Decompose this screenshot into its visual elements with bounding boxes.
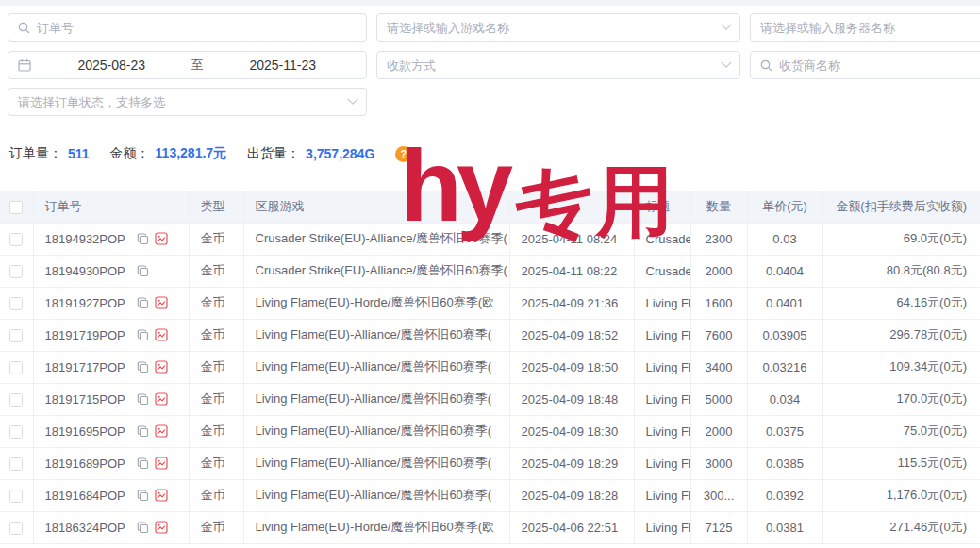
time-cell: 2025-04-09 18:50 bbox=[509, 351, 634, 383]
order-no: 18191695POP bbox=[45, 424, 125, 439]
date-end[interactable]: 2025-11-23 bbox=[209, 58, 357, 73]
time-cell: 2025-04-09 18:28 bbox=[509, 479, 634, 511]
image-icon[interactable] bbox=[155, 232, 168, 245]
copy-icon[interactable] bbox=[137, 297, 149, 309]
server-input[interactable] bbox=[760, 21, 980, 35]
unit-price-cell: 0.0392 bbox=[747, 479, 822, 511]
time-cell: 2025-04-11 08:24 bbox=[509, 223, 634, 255]
row-checkbox-cell bbox=[0, 511, 33, 543]
status-multiselect[interactable] bbox=[8, 88, 367, 116]
copy-icon[interactable] bbox=[137, 329, 149, 341]
copy-icon[interactable] bbox=[137, 361, 149, 374]
amount-cell: 1,176.0元(0元) bbox=[822, 479, 980, 511]
row-checkbox[interactable] bbox=[9, 329, 23, 342]
unit-price-cell: 0.0385 bbox=[747, 447, 822, 479]
copy-icon[interactable] bbox=[137, 457, 149, 470]
order-no: 18191689POP bbox=[45, 457, 125, 471]
column-header bbox=[509, 191, 634, 223]
amount-cell: 109.34元(0元) bbox=[822, 351, 980, 383]
column-header: 订单号 bbox=[33, 191, 189, 223]
table-row: 18186324POP 金币 Living Flame(EU)-Horde/魔兽… bbox=[0, 511, 980, 543]
image-icon[interactable] bbox=[155, 457, 168, 470]
order-no-input[interactable] bbox=[37, 21, 357, 35]
image-icon[interactable] bbox=[155, 360, 168, 374]
order-no-cell: 18191719POP bbox=[33, 319, 189, 351]
quantity-cell: 2000 bbox=[690, 415, 747, 447]
row-checkbox[interactable] bbox=[9, 490, 23, 503]
image-icon[interactable] bbox=[155, 424, 168, 438]
merchant-field[interactable] bbox=[750, 51, 980, 79]
amount-label: 金额： bbox=[110, 145, 150, 162]
copy-icon[interactable] bbox=[137, 522, 149, 534]
image-icon[interactable] bbox=[155, 489, 168, 502]
order-count-value: 511 bbox=[68, 146, 90, 161]
merchant-input[interactable] bbox=[779, 58, 980, 73]
shipment-label: 出货量： bbox=[247, 145, 300, 162]
amount-cell: 296.78元(0元) bbox=[822, 319, 980, 351]
order-no-cell: 18191695POP bbox=[33, 415, 189, 447]
payment-select-input[interactable] bbox=[387, 58, 717, 73]
image-icon[interactable] bbox=[155, 521, 168, 534]
date-start[interactable]: 2025-08-23 bbox=[38, 58, 186, 73]
row-checkbox-cell bbox=[0, 351, 33, 383]
time-cell: 2025-04-09 18:30 bbox=[509, 415, 634, 447]
game-select-input[interactable] bbox=[387, 21, 717, 35]
select-all-checkbox[interactable] bbox=[9, 201, 23, 214]
orders-table: 订单号类型区服游戏标题数量单价(元)金额(扣手续费后实收额) 18194932P… bbox=[0, 191, 980, 544]
row-checkbox[interactable] bbox=[9, 233, 23, 246]
quantity-cell: 2000 bbox=[690, 255, 747, 287]
title-cell: Living Fl bbox=[634, 319, 690, 351]
order-no-cell: 18191689POP bbox=[33, 447, 189, 479]
date-range-picker[interactable]: 2025-08-23 至 2025-11-23 bbox=[8, 51, 367, 79]
game-select[interactable] bbox=[376, 13, 740, 42]
payment-select[interactable] bbox=[376, 51, 740, 79]
title-cell: Living Fl bbox=[634, 479, 690, 511]
order-management-screen: 2025-08-23 至 2025-11-23 订单量： 511 金额： 113… bbox=[0, 0, 980, 548]
row-checkbox[interactable] bbox=[9, 361, 23, 374]
row-checkbox[interactable] bbox=[9, 425, 23, 439]
chevron-down-icon bbox=[721, 20, 731, 30]
chevron-down-icon bbox=[721, 58, 731, 68]
image-icon[interactable] bbox=[155, 296, 168, 309]
row-checkbox[interactable] bbox=[9, 297, 23, 310]
order-no: 18191684POP bbox=[45, 489, 125, 503]
type-cell: 金币 bbox=[189, 255, 243, 287]
image-icon[interactable] bbox=[155, 328, 168, 341]
copy-icon[interactable] bbox=[137, 233, 149, 245]
order-count-label: 订单量： bbox=[9, 145, 62, 162]
row-checkbox[interactable] bbox=[9, 457, 23, 471]
server-field[interactable] bbox=[750, 13, 980, 42]
row-checkbox[interactable] bbox=[9, 522, 23, 535]
title-cell: Living Fl bbox=[634, 447, 690, 479]
game-cell: Living Flame(EU)-Horde/魔兽怀旧60赛季(欧 bbox=[243, 511, 509, 543]
copy-icon[interactable] bbox=[137, 265, 149, 277]
copy-icon[interactable] bbox=[137, 393, 149, 406]
game-cell: Living Flame(EU)-Alliance/魔兽怀旧60赛季( bbox=[243, 447, 509, 479]
unit-price-cell: 0.0381 bbox=[747, 511, 822, 543]
quantity-cell: 2300 bbox=[690, 223, 747, 255]
column-header: 类型 bbox=[189, 191, 243, 223]
copy-icon[interactable] bbox=[137, 490, 149, 502]
title-cell: Crusade bbox=[634, 223, 690, 255]
unit-price-cell: 0.034 bbox=[747, 383, 822, 415]
quantity-cell: 3400 bbox=[690, 351, 747, 383]
row-checkbox[interactable] bbox=[9, 393, 23, 407]
calendar-icon bbox=[18, 58, 31, 72]
game-cell: Living Flame(EU)-Alliance/魔兽怀旧60赛季( bbox=[243, 415, 509, 447]
table-row: 18191689POP 金币 Living Flame(EU)-Alliance… bbox=[0, 447, 980, 479]
game-cell: Living Flame(EU)-Horde/魔兽怀旧60赛季(欧 bbox=[243, 287, 509, 319]
help-icon[interactable]: ? bbox=[395, 146, 411, 162]
quantity-cell: 3000 bbox=[690, 447, 747, 479]
quantity-cell: 7125 bbox=[690, 511, 747, 543]
copy-icon[interactable] bbox=[137, 425, 149, 438]
unit-price-cell: 0.0401 bbox=[747, 287, 822, 319]
image-icon[interactable] bbox=[155, 392, 168, 406]
table-row: 18191717POP 金币 Living Flame(EU)-Alliance… bbox=[0, 351, 980, 383]
table-row: 18191695POP 金币 Living Flame(EU)-Alliance… bbox=[0, 415, 980, 447]
status-select-input[interactable] bbox=[18, 95, 343, 109]
row-checkbox-cell bbox=[0, 383, 33, 415]
quantity-cell: 300... bbox=[690, 479, 747, 511]
amount-cell: 271.46元(0元) bbox=[822, 511, 980, 543]
order-no-field[interactable] bbox=[8, 13, 367, 42]
row-checkbox[interactable] bbox=[9, 265, 23, 278]
